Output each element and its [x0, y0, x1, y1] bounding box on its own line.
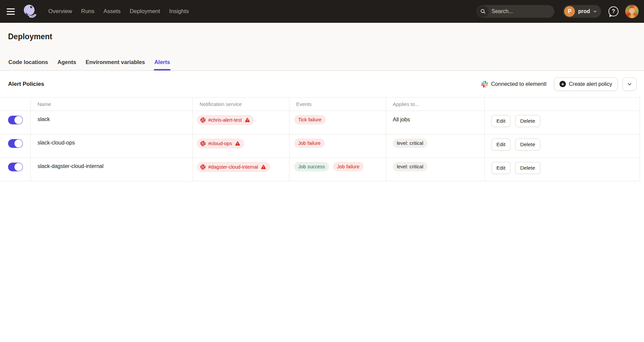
alert-policies-toolbar: Alert Policies Connected to elementl + C… — [0, 71, 644, 97]
applies-to-value: All jobs — [393, 115, 410, 124]
alert-policies-table: Name Notification service Events Applies… — [0, 97, 640, 181]
deployment-switcher[interactable]: P prod — [563, 5, 601, 18]
slack-connection-status: Connected to elementl — [481, 81, 546, 88]
user-avatar[interactable] — [625, 5, 639, 18]
search-box[interactable]: / — [477, 5, 554, 18]
connection-status-text: Connected to elementl — [491, 81, 546, 87]
notification-channel-badge: #chris-alert-test — [197, 115, 254, 125]
event-badge: Tick failure — [294, 115, 326, 124]
event-badge: Job success — [294, 162, 329, 171]
nav-item-insights[interactable]: Insights — [169, 8, 189, 15]
deployment-initial-badge: P — [564, 6, 575, 17]
warning-icon — [245, 117, 250, 123]
tab-bar: Code locations Agents Environment variab… — [8, 59, 636, 70]
table-header-row: Name Notification service Events Applies… — [0, 98, 640, 111]
column-header-applies-to: Applies to... — [386, 98, 485, 111]
chevron-down-icon — [627, 82, 632, 87]
table-row: slack-dagster-cloud-internal #dagster-cl… — [0, 158, 640, 181]
nav-item-deployment[interactable]: Deployment — [130, 8, 160, 15]
edit-button[interactable]: Edit — [491, 138, 511, 151]
hamburger-menu-icon[interactable] — [7, 7, 16, 16]
column-header-name: Name — [31, 98, 193, 111]
table-row: slack-cloud-ops #cloud-ops Job failure l… — [0, 134, 640, 158]
warning-icon — [261, 164, 266, 170]
deployment-name: prod — [578, 8, 590, 14]
policy-enabled-toggle[interactable] — [8, 139, 23, 148]
delete-button[interactable]: Delete — [515, 115, 540, 127]
column-header-notification-service: Notification service — [193, 98, 289, 111]
top-nav-bar: Overview Runs Assets Deployment Insights… — [0, 0, 644, 23]
edit-button[interactable]: Edit — [491, 115, 511, 127]
policy-name: slack-dagster-cloud-internal — [38, 162, 104, 171]
applies-to-value: level: critical — [393, 138, 427, 148]
nav-item-overview[interactable]: Overview — [48, 8, 72, 15]
policy-name: slack-cloud-ops — [38, 138, 75, 147]
column-header-events: Events — [289, 98, 386, 111]
slack-icon — [200, 141, 206, 146]
search-input[interactable] — [489, 8, 564, 14]
tab-code-locations[interactable]: Code locations — [8, 59, 48, 70]
dagster-logo-icon[interactable] — [22, 3, 38, 19]
create-alert-policy-button[interactable]: + Create alert policy — [554, 77, 618, 91]
slack-icon — [200, 117, 206, 123]
applies-to-value: level: critical — [393, 162, 427, 171]
nav-item-assets[interactable]: Assets — [104, 8, 121, 15]
search-icon — [477, 6, 489, 17]
event-badge: Job failure — [294, 138, 325, 148]
policy-name: slack — [38, 115, 50, 124]
notification-channel-badge: #cloud-ops — [197, 138, 244, 149]
warning-icon — [235, 141, 240, 147]
delete-button[interactable]: Delete — [515, 162, 540, 174]
delete-button[interactable]: Delete — [515, 138, 540, 151]
table-row: slack #chris-alert-test Tick failure All… — [0, 111, 640, 134]
slack-icon — [200, 164, 206, 170]
page-title: Deployment — [8, 23, 636, 41]
event-badge: Job failure — [333, 162, 364, 171]
primary-nav: Overview Runs Assets Deployment Insights — [48, 8, 189, 15]
notification-channel-badge: #dagster-cloud-internal — [197, 162, 270, 172]
slack-icon — [481, 81, 488, 88]
tab-environment-variables[interactable]: Environment variables — [85, 59, 145, 70]
policy-enabled-toggle[interactable] — [8, 116, 23, 124]
plus-icon: + — [559, 81, 566, 87]
page-header: Deployment Code locations Agents Environ… — [0, 23, 644, 71]
create-policy-menu-button[interactable] — [623, 77, 637, 91]
chevron-down-icon — [593, 9, 597, 13]
help-icon[interactable]: ? — [608, 6, 619, 16]
tab-alerts[interactable]: Alerts — [154, 59, 170, 70]
edit-button[interactable]: Edit — [491, 162, 511, 174]
policy-enabled-toggle[interactable] — [8, 163, 23, 171]
tab-agents[interactable]: Agents — [57, 59, 76, 70]
nav-item-runs[interactable]: Runs — [81, 8, 95, 15]
section-heading: Alert Policies — [8, 81, 44, 88]
